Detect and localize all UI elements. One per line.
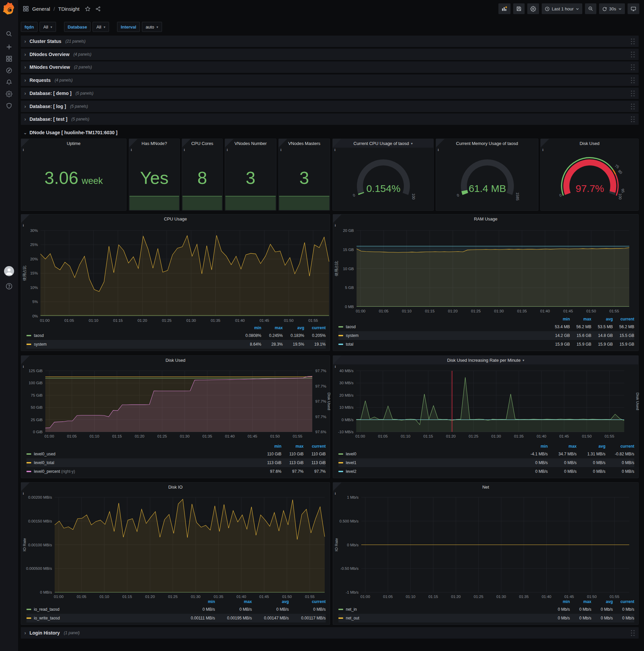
time-range-picker[interactable]: Last 1 hour bbox=[542, 3, 582, 14]
row-drag-handle[interactable] bbox=[630, 90, 635, 97]
row-drag-handle[interactable] bbox=[630, 629, 635, 637]
series-name[interactable]: total bbox=[346, 342, 354, 347]
series-color-swatch[interactable] bbox=[339, 326, 343, 328]
series-color-swatch[interactable] bbox=[339, 344, 343, 345]
legend-col-min[interactable]: min bbox=[240, 324, 261, 331]
series-color-swatch[interactable] bbox=[27, 471, 31, 472]
series-color-swatch[interactable] bbox=[339, 335, 343, 336]
panel-info-icon[interactable]: i bbox=[436, 139, 444, 147]
series-color-swatch[interactable] bbox=[27, 344, 31, 345]
explore-icon[interactable] bbox=[0, 65, 18, 76]
help-icon[interactable] bbox=[0, 281, 18, 292]
legend-col-min[interactable]: min bbox=[548, 598, 570, 605]
legend-col-max[interactable]: max bbox=[548, 443, 577, 450]
legend-col-max[interactable]: max bbox=[261, 324, 283, 331]
legend-col-max[interactable]: max bbox=[215, 598, 252, 605]
add-panel-button[interactable] bbox=[498, 3, 511, 14]
series-color-swatch[interactable] bbox=[339, 453, 343, 455]
variable-fqdn-value[interactable]: All▾ bbox=[40, 22, 56, 32]
zoom-out-button[interactable] bbox=[585, 3, 597, 14]
panel-info-icon[interactable]: i bbox=[182, 139, 191, 147]
legend-item-net_in[interactable]: net_in0 Mb/s0 Mb/s0 Mb/s0 Mb/s bbox=[339, 605, 634, 614]
legend-col-current[interactable]: current bbox=[304, 324, 326, 331]
row-requests[interactable]: ›Requests(4 panels) bbox=[21, 74, 639, 86]
legend-col-current[interactable]: current bbox=[303, 443, 326, 450]
legend-item-level2[interactable]: level20 MB/s0 MB/s0 MB/s0 MB/s bbox=[339, 467, 634, 476]
legend-item-io_read_taosd[interactable]: io_read_taosd0 MB/s0 MB/s0 MB/s0 MB/s bbox=[27, 605, 326, 614]
series-name[interactable]: level1 bbox=[346, 460, 356, 465]
configuration-icon[interactable] bbox=[0, 88, 18, 100]
series-color-swatch[interactable] bbox=[27, 335, 31, 336]
series-color-swatch[interactable] bbox=[339, 462, 343, 463]
panel-title[interactable]: Current Memory Usage of taosd bbox=[436, 139, 538, 148]
row-cluster-status[interactable]: ›Cluster Status(21 panels) bbox=[21, 36, 639, 47]
series-name[interactable]: io_read_taosd bbox=[34, 607, 59, 612]
panel-info-icon[interactable]: i bbox=[225, 139, 233, 147]
dashboards-icon[interactable] bbox=[0, 53, 18, 64]
series-name[interactable]: net_in bbox=[346, 607, 357, 612]
legend-col-min[interactable]: min bbox=[259, 443, 282, 450]
create-icon[interactable] bbox=[0, 41, 18, 53]
legend-col-avg[interactable]: avg bbox=[577, 443, 605, 450]
breadcrumb-section[interactable]: General bbox=[32, 6, 50, 12]
panel-info-icon[interactable]: i bbox=[541, 139, 549, 147]
legend-item-level0_total[interactable]: level0_total113 GiB113 GiB113 GiB bbox=[27, 458, 326, 467]
panel-info-icon[interactable]: i bbox=[333, 139, 341, 147]
variable-interval-value[interactable]: auto▾ bbox=[142, 22, 162, 32]
series-name[interactable]: taosd bbox=[34, 333, 43, 338]
row-database-log-[interactable]: ›Database: [ log ](5 panels) bbox=[21, 101, 639, 112]
legend-item-level0_percent[interactable]: level0_percent (right-y)97.6%97.7%97.7% bbox=[27, 467, 326, 476]
legend-col-max[interactable]: max bbox=[570, 316, 591, 322]
share-icon[interactable] bbox=[95, 6, 101, 12]
panel-info-icon[interactable]: i bbox=[279, 139, 287, 147]
row-login-history[interactable]: › Login History (1 panel) bbox=[21, 627, 639, 639]
series-name[interactable]: level0_used bbox=[34, 452, 55, 456]
row-drag-handle[interactable] bbox=[630, 64, 635, 71]
series-name[interactable]: io_write_taosd bbox=[34, 616, 60, 620]
panel-title[interactable]: Uptime bbox=[21, 139, 126, 148]
row-drag-handle[interactable] bbox=[630, 38, 635, 45]
legend-item-system[interactable]: system14.2 GB15.6 GB14.8 GB15.5 GB bbox=[339, 331, 634, 340]
legend-col-min[interactable]: min bbox=[178, 598, 215, 605]
row-dnode-usage[interactable]: ⌄ DNode Usage [ huolinhe-TM1701:6030 ] bbox=[21, 127, 639, 138]
avatar[interactable] bbox=[0, 266, 18, 277]
legend-col-avg[interactable]: avg bbox=[591, 316, 613, 322]
legend-col-current[interactable]: current bbox=[605, 443, 634, 450]
legend-col-current[interactable]: current bbox=[289, 598, 326, 605]
series-color-swatch[interactable] bbox=[27, 462, 31, 463]
series-name[interactable]: level0_percent (right-y) bbox=[34, 469, 75, 474]
legend-item-net_out[interactable]: net_out0 Mb/s0 Mb/s0 Mb/s0 Mb/s bbox=[339, 614, 634, 622]
series-color-swatch[interactable] bbox=[339, 617, 343, 619]
variable-database-value[interactable]: All▾ bbox=[93, 22, 109, 32]
legend-col-avg[interactable]: avg bbox=[591, 598, 613, 605]
refresh-button[interactable]: 30s bbox=[599, 3, 625, 14]
legend-item-level0_used[interactable]: level0_used110 GiB110 GiB110 GiB bbox=[27, 450, 326, 458]
series-name[interactable]: level2 bbox=[346, 469, 356, 474]
grafana-logo[interactable] bbox=[3, 2, 15, 14]
legend-item-system[interactable]: system8.64%28.3%19.5%19.1% bbox=[27, 340, 326, 349]
legend-col-max[interactable]: max bbox=[570, 598, 591, 605]
row-drag-handle[interactable] bbox=[630, 116, 635, 123]
series-color-swatch[interactable] bbox=[339, 471, 343, 472]
series-name[interactable]: system bbox=[34, 342, 46, 347]
series-color-swatch[interactable] bbox=[339, 609, 343, 610]
row-drag-handle[interactable] bbox=[630, 51, 635, 58]
legend-item-taosd[interactable]: taosd53.4 MB56.2 MB53.5 MB56.2 MB bbox=[339, 322, 634, 331]
series-color-swatch[interactable] bbox=[27, 617, 31, 619]
row-mnodes-overview[interactable]: ›MNodes Overview(2 panels) bbox=[21, 61, 639, 73]
row-drag-handle[interactable] bbox=[630, 77, 635, 84]
row-drag-handle[interactable] bbox=[630, 103, 635, 110]
star-icon[interactable] bbox=[85, 6, 91, 12]
row-dnodes-overview[interactable]: ›DNodes Overview(4 panels) bbox=[21, 49, 639, 60]
panel-title[interactable]: Current CPU Usage of taosd▾ bbox=[333, 139, 433, 148]
server-admin-icon[interactable] bbox=[0, 100, 18, 112]
dashboard-settings-button[interactable] bbox=[527, 3, 539, 14]
legend-col-min[interactable]: min bbox=[519, 443, 548, 450]
series-color-swatch[interactable] bbox=[27, 453, 31, 455]
legend-item-level1[interactable]: level10 MB/s0 MB/s0 MB/s0 MB/s bbox=[339, 458, 634, 467]
alerting-icon[interactable] bbox=[0, 76, 18, 88]
legend-item-io_write_taosd[interactable]: io_write_taosd0.00111 MB/s0.00195 MB/s0.… bbox=[27, 614, 326, 622]
breadcrumb-title[interactable]: TDinsight bbox=[58, 6, 79, 12]
series-color-swatch[interactable] bbox=[27, 609, 31, 610]
panel-info-icon[interactable]: i bbox=[21, 139, 30, 147]
